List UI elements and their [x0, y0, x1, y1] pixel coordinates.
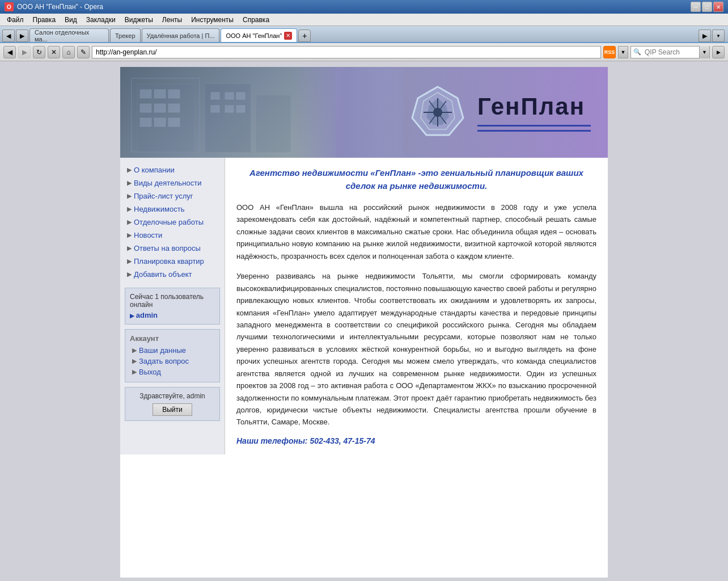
sidebar-label-activities: Виды деятельности — [134, 179, 201, 187]
sidebar-item-planning[interactable]: ▶ Планировка квартир — [120, 255, 225, 268]
content-paragraph-1: ООО АН «ГенПлан» вышла на российский рын… — [236, 201, 596, 262]
search-input[interactable] — [642, 48, 699, 56]
search-dropdown-btn[interactable]: ▼ — [699, 46, 709, 58]
search-logo-icon: 🔍 — [632, 47, 642, 57]
search-box[interactable]: 🔍 ▼ — [630, 46, 710, 58]
sidebar-item-activities[interactable]: ▶ Виды деятельности — [120, 176, 225, 190]
sidebar-online-user: admin — [130, 311, 215, 319]
content-area: Агентство недвижимости «ГенПлан» -это ге… — [225, 158, 608, 454]
menu-help[interactable]: Справка — [238, 15, 274, 25]
sidebar-account-box: Аккаунт ▶ Ваши данные ▶ Задать вопрос ▶ … — [125, 329, 220, 382]
menu-bar: Файл Правка Вид Закладки Виджеты Ленты И… — [0, 14, 728, 26]
tab-bar: ◀ ▶ Салон отделочных ма... Трекер Удалён… — [0, 26, 728, 43]
tab-4-close[interactable]: ✕ — [284, 32, 292, 40]
logo-diamond-svg — [409, 84, 466, 141]
arrow-icon-realty: ▶ — [127, 205, 132, 213]
sidebar-online-title: Сейчас 1 пользователь онлайн — [130, 293, 215, 309]
tab-3-label: Удалённая работа | П... — [147, 32, 215, 39]
site-header: ГенПлан — [120, 67, 608, 158]
sidebar-greeting-text: Здравствуйте, admin — [130, 392, 215, 400]
sidebar-item-about[interactable]: ▶ О компании — [120, 163, 225, 176]
nav-forward-button: ▶ — [18, 46, 31, 58]
sidebar-item-ask-question[interactable]: ▶ Задать вопрос — [130, 356, 215, 367]
tab-1[interactable]: Салон отделочных ма... — [29, 28, 109, 42]
sidebar-label-planning: Планировка квартир — [134, 257, 204, 266]
menu-bookmarks[interactable]: Закладки — [82, 15, 120, 25]
arrow-icon-news: ▶ — [127, 231, 132, 239]
sidebar-item-add-object[interactable]: ▶ Добавить объект — [120, 268, 225, 281]
title-left: O ООО АН "ГенПлан" - Opera — [5, 2, 103, 11]
address-input[interactable] — [92, 46, 601, 58]
sidebar-label-add-object: Добавить объект — [134, 270, 192, 279]
menu-widgets[interactable]: Виджеты — [120, 15, 158, 25]
address-dropdown-btn[interactable]: ▼ — [618, 46, 628, 58]
sidebar-nav: ▶ О компании ▶ Виды деятельности ▶ Прайс… — [120, 163, 225, 281]
site-logo-text: ГенПлан — [477, 93, 591, 120]
menu-tools[interactable]: Инструменты — [187, 15, 238, 25]
nav-bookmark-button[interactable]: ✎ — [77, 46, 90, 58]
svg-point-27 — [433, 108, 442, 117]
close-button[interactable]: ✕ — [713, 2, 723, 12]
arrow-icon-about: ▶ — [127, 166, 132, 174]
arrow-icon-finishing: ▶ — [127, 218, 132, 226]
sidebar-label-pricelist: Прайс-лист услуг — [134, 192, 193, 200]
arrow-icon-ask-question: ▶ — [132, 357, 137, 365]
tab-nav-forward[interactable]: ▶ — [16, 30, 28, 42]
arrow-icon-your-data: ▶ — [132, 347, 137, 354]
sidebar-logout-button[interactable]: Выйти — [153, 403, 192, 416]
opera-icon: O — [5, 2, 14, 11]
sidebar-item-logout-link[interactable]: ▶ Выход — [130, 367, 215, 377]
arrow-icon-activities: ▶ — [127, 179, 132, 187]
sidebar-item-news[interactable]: ▶ Новости — [120, 229, 225, 242]
tab-nav-back[interactable]: ◀ — [2, 30, 15, 42]
content-paragraph-2: Уверенно развиваясь на рынке недвижимост… — [236, 270, 596, 428]
site-wrapper: ГенПлан ▶ О компании ▶ — [120, 67, 608, 578]
nav-reload-button[interactable]: ↻ — [33, 46, 45, 58]
sidebar-item-finishing[interactable]: ▶ Отделочные работы — [120, 216, 225, 229]
tab-4[interactable]: ООО АН "ГенПлан" ✕ — [221, 28, 297, 42]
tab-3[interactable]: Удалённая работа | П... — [142, 28, 220, 42]
menu-edit[interactable]: Правка — [28, 15, 61, 25]
header-logo-area: ГенПлан — [409, 84, 591, 141]
sidebar-item-faq[interactable]: ▶ Ответы на вопросы — [120, 242, 225, 255]
sidebar-item-your-data[interactable]: ▶ Ваши данные — [130, 345, 215, 356]
sidebar-label-finishing: Отделочные работы — [134, 218, 204, 226]
sidebar-label-about: О компании — [134, 166, 175, 174]
sidebar-label-your-data: Ваши данные — [139, 346, 186, 355]
tab-overflow-button[interactable]: ▶ — [699, 30, 711, 42]
sidebar-label-realty: Недвижимость — [134, 205, 184, 213]
arrow-icon-pricelist: ▶ — [127, 192, 132, 200]
sidebar-label-ask-question: Задать вопрос — [139, 357, 189, 365]
search-go-button[interactable]: ▶ — [712, 46, 725, 58]
nav-back-button[interactable]: ◀ — [3, 46, 16, 58]
tab-4-label: ООО АН "ГенПлан" — [226, 32, 282, 39]
sidebar-label-faq: Ответы на вопросы — [134, 244, 201, 252]
maximize-button[interactable]: □ — [702, 2, 712, 12]
menu-view[interactable]: Вид — [60, 15, 82, 25]
header-logo-text-area: ГенПлан — [477, 93, 591, 132]
sidebar-item-realty[interactable]: ▶ Недвижимость — [120, 203, 225, 216]
tab-add-button[interactable]: + — [298, 30, 311, 42]
content-phones: Наши телефоны: 502-433, 47-15-74 — [236, 436, 596, 445]
sidebar-online-box: Сейчас 1 пользователь онлайн admin — [125, 288, 220, 325]
menu-feeds[interactable]: Ленты — [158, 15, 187, 25]
tab-2[interactable]: Трекер — [110, 28, 141, 42]
menu-file[interactable]: Файл — [2, 15, 28, 25]
arrow-icon-faq: ▶ — [127, 245, 132, 252]
sidebar-item-pricelist[interactable]: ▶ Прайс-лист услуг — [120, 190, 225, 203]
sidebar-label-news: Новости — [134, 231, 162, 239]
window-controls: ─ □ ✕ — [691, 2, 723, 12]
sidebar-label-logout: Выход — [139, 368, 161, 376]
arrow-icon-logout: ▶ — [132, 368, 137, 376]
tab-2-label: Трекер — [115, 32, 136, 39]
rss-button[interactable]: RSS — [603, 46, 616, 58]
header-lines — [477, 125, 591, 132]
nav-home-button[interactable]: ⌂ — [62, 46, 75, 58]
tab-menu-button[interactable]: ▼ — [712, 30, 725, 42]
header-line-1 — [477, 125, 591, 127]
content-tagline: Агентство недвижимости «ГенПлан» -это ге… — [236, 167, 596, 192]
nav-stop-button[interactable]: ✕ — [48, 46, 60, 58]
minimize-button[interactable]: ─ — [691, 2, 701, 12]
sidebar-account-title: Аккаунт — [130, 334, 215, 343]
tab-1-label: Салон отделочных ма... — [35, 29, 104, 43]
